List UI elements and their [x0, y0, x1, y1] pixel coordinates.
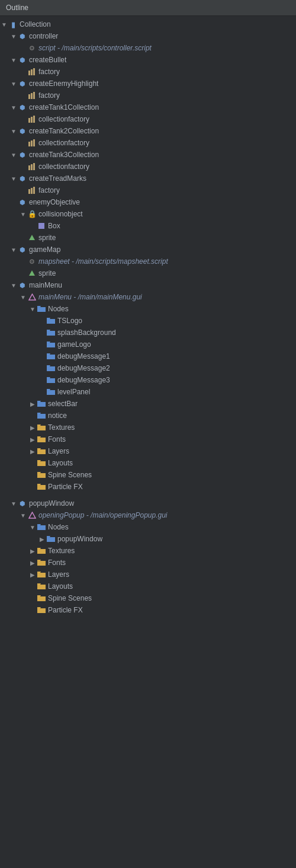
folder-icon — [37, 593, 46, 603]
tree-item[interactable]: openingPopup - /main/openingPopup.gui — [0, 509, 296, 521]
tree-arrow[interactable] — [28, 435, 37, 443]
tree-item-label: Particle FX — [48, 606, 83, 614]
svg-rect-16 — [31, 188, 33, 194]
tree-item-label: debugMessage3 — [57, 376, 110, 384]
tree-item[interactable]: ⬢controller — [0, 30, 296, 42]
tree-arrow[interactable] — [9, 127, 18, 135]
tree-item[interactable]: ⬢createTank1Collection — [0, 101, 296, 113]
tree-arrow[interactable] — [9, 174, 18, 183]
tree-arrow[interactable] — [9, 151, 18, 159]
tree-item[interactable]: TSLogo — [0, 315, 296, 327]
tree-item[interactable]: sprite — [0, 232, 296, 244]
tree-item-label: createBullet — [29, 56, 66, 64]
tree-arrow[interactable] — [9, 499, 18, 508]
tree-item[interactable]: gameLogo — [0, 339, 296, 350]
tree-item[interactable]: Textures — [0, 545, 296, 557]
tree-item[interactable]: ⬢createTank3Collection — [0, 149, 296, 161]
svg-rect-8 — [33, 116, 35, 123]
tree-item-label: gameLogo — [57, 340, 91, 349]
tree-item[interactable]: Layouts — [0, 457, 296, 469]
tree-arrow[interactable] — [28, 523, 37, 531]
tree-item[interactable]: Spine Scenes — [0, 592, 296, 604]
tree-item-label: mainMenu — [29, 281, 62, 289]
tree-item-label: Textures — [48, 547, 75, 555]
tree-item[interactable]: debugMessage1 — [0, 350, 296, 362]
tree-item[interactable]: notice — [0, 410, 296, 422]
outline-tree: ▮Collection⬢controller⚙script - /main/sc… — [0, 16, 296, 618]
svg-rect-14 — [33, 163, 35, 170]
tree-item[interactable]: sprite — [0, 267, 296, 279]
tree-item-label: Fonts — [48, 559, 66, 567]
tree-arrow[interactable] — [38, 535, 46, 543]
tree-item[interactable]: ⬢enemyObjective — [0, 196, 296, 208]
tree-item[interactable]: ⬢createTank2Collection — [0, 125, 296, 137]
tree-item[interactable]: ⚙script - /main/scripts/controller.scrip… — [0, 42, 296, 54]
tree-arrow[interactable] — [28, 305, 37, 313]
tree-arrow[interactable] — [28, 559, 37, 567]
tree-item[interactable]: factory — [0, 90, 296, 101]
tree-item[interactable]: ⬢mainMenu — [0, 279, 296, 291]
tree-item[interactable]: Particle FX — [0, 481, 296, 493]
tree-item[interactable]: Spine Scenes — [0, 469, 296, 481]
object-icon: ⬢ — [18, 280, 27, 290]
tree-item[interactable]: Layers — [0, 445, 296, 457]
object-icon: ⬢ — [18, 126, 27, 136]
tree-item[interactable]: Layers — [0, 569, 296, 580]
tree-item[interactable]: collectionfactory — [0, 161, 296, 173]
tree-arrow[interactable] — [9, 32, 18, 40]
tree-item[interactable]: splashBackground — [0, 327, 296, 339]
tree-item[interactable]: Textures — [0, 422, 296, 433]
tree-item[interactable]: selectBar — [0, 398, 296, 410]
svg-rect-17 — [33, 187, 35, 194]
tree-arrow[interactable] — [28, 547, 37, 555]
tree-arrow[interactable] — [28, 400, 37, 408]
tree-item[interactable]: 🔒collisionobject — [0, 208, 296, 220]
tree-item[interactable]: collectionfactory — [0, 137, 296, 149]
tree-item[interactable]: popupWindow — [0, 533, 296, 545]
tree-item[interactable]: ⬢createEnemyHighlight — [0, 78, 296, 90]
tree-arrow[interactable] — [28, 570, 37, 579]
folder-blue-icon — [37, 411, 46, 420]
svg-rect-11 — [33, 139, 35, 146]
tree-item[interactable]: Fonts — [0, 433, 296, 445]
tree-item[interactable]: debugMessage2 — [0, 362, 296, 374]
tree-item-label: enemyObjective — [29, 198, 80, 206]
tree-item[interactable]: ⚙mapsheet - /main/scripts/mapsheet.scrip… — [0, 256, 296, 267]
tree-item-label: script - /main/scripts/controller.script — [38, 44, 152, 52]
tree-item[interactable]: ⬢createTreadMarks — [0, 173, 296, 184]
tree-item[interactable]: Layouts — [0, 580, 296, 592]
tree-item-label: gameMap — [29, 245, 60, 254]
folder-blue-icon — [46, 375, 56, 385]
tree-item[interactable]: ⬢gameMap — [0, 244, 296, 256]
tree-item[interactable]: Particle FX — [0, 604, 296, 616]
tree-arrow[interactable] — [28, 447, 37, 455]
object-icon: ⬢ — [18, 150, 27, 159]
tree-item[interactable]: ⬢createBullet — [0, 54, 296, 66]
tree-arrow[interactable] — [9, 245, 18, 254]
tree-item[interactable]: levelPanel — [0, 386, 296, 398]
tree-item[interactable]: ⬢popupWindow — [0, 497, 296, 509]
tree-item-label: collectionfactory — [38, 139, 89, 147]
tree-item-label: Textures — [48, 423, 75, 432]
tree-arrow[interactable] — [19, 511, 27, 519]
tree-arrow[interactable] — [9, 56, 18, 64]
tree-arrow[interactable] — [0, 20, 8, 28]
tree-item[interactable]: ▮Collection — [0, 18, 296, 30]
tree-arrow[interactable] — [28, 423, 37, 432]
tree-item[interactable]: Box — [0, 220, 296, 232]
tree-item[interactable]: debugMessage3 — [0, 374, 296, 386]
tree-item[interactable]: Nodes — [0, 303, 296, 315]
tree-arrow[interactable] — [19, 293, 27, 301]
tree-item[interactable]: Fonts — [0, 557, 296, 569]
tree-arrow[interactable] — [9, 79, 18, 88]
tree-spacer — [0, 493, 296, 497]
tree-item[interactable]: collectionfactory — [0, 113, 296, 125]
tree-arrow[interactable] — [19, 210, 27, 218]
tree-item[interactable]: factory — [0, 66, 296, 78]
tree-arrow[interactable] — [9, 281, 18, 289]
tree-item[interactable]: factory — [0, 184, 296, 196]
tree-item[interactable]: mainMenu - /main/mainMenu.gui — [0, 291, 296, 303]
tree-arrow[interactable] — [9, 103, 18, 111]
tree-item-label: Nodes — [48, 523, 69, 531]
tree-item[interactable]: Nodes — [0, 521, 296, 533]
